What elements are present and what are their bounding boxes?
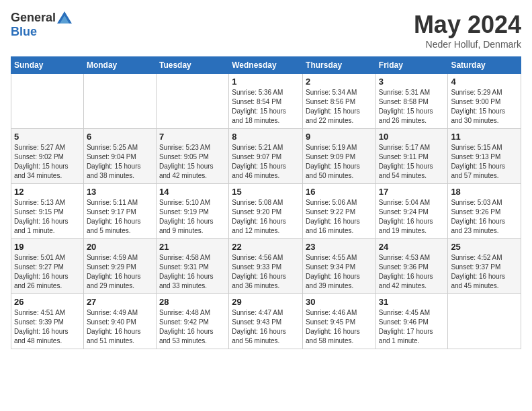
logo-icon xyxy=(57,11,72,24)
cell-day-number: 19 xyxy=(14,242,81,252)
header-thursday: Thursday xyxy=(303,57,376,74)
cell-day-number: 28 xyxy=(159,297,226,307)
header-sunday: Sunday xyxy=(11,57,84,74)
table-row: 9Sunrise: 5:19 AM Sunset: 9:09 PM Daylig… xyxy=(303,129,376,184)
cell-day-number: 13 xyxy=(87,187,153,197)
table-row: 11Sunrise: 5:15 AM Sunset: 9:13 PM Dayli… xyxy=(448,129,521,184)
cell-day-number: 18 xyxy=(451,187,518,197)
cell-info-text: Sunrise: 5:01 AM Sunset: 9:27 PM Dayligh… xyxy=(14,253,81,291)
cell-info-text: Sunrise: 5:10 AM Sunset: 9:19 PM Dayligh… xyxy=(159,198,226,236)
cell-day-number: 29 xyxy=(232,297,300,307)
table-row: 28Sunrise: 4:48 AM Sunset: 9:42 PM Dayli… xyxy=(156,294,228,349)
calendar-location: Neder Holluf, Denmark xyxy=(414,39,521,50)
table-row: 25Sunrise: 4:52 AM Sunset: 9:37 PM Dayli… xyxy=(448,239,521,294)
cell-info-text: Sunrise: 4:59 AM Sunset: 9:29 PM Dayligh… xyxy=(87,253,153,291)
cell-day-number: 25 xyxy=(451,242,518,252)
cell-day-number: 27 xyxy=(87,297,153,307)
cell-day-number: 16 xyxy=(306,187,373,197)
logo-blue: Blue xyxy=(11,25,37,38)
calendar-header-row: Sunday Monday Tuesday Wednesday Thursday… xyxy=(11,57,521,74)
cell-info-text: Sunrise: 5:36 AM Sunset: 8:54 PM Dayligh… xyxy=(232,88,300,126)
cell-info-text: Sunrise: 5:21 AM Sunset: 9:07 PM Dayligh… xyxy=(232,143,300,181)
table-row: 23Sunrise: 4:55 AM Sunset: 9:34 PM Dayli… xyxy=(303,239,376,294)
cell-info-text: Sunrise: 5:08 AM Sunset: 9:20 PM Dayligh… xyxy=(232,198,300,236)
table-row: 18Sunrise: 5:03 AM Sunset: 9:26 PM Dayli… xyxy=(448,184,521,239)
cell-day-number: 10 xyxy=(379,132,445,142)
table-row: 29Sunrise: 4:47 AM Sunset: 9:43 PM Dayli… xyxy=(229,294,303,349)
cell-info-text: Sunrise: 5:34 AM Sunset: 8:56 PM Dayligh… xyxy=(306,88,373,126)
table-row: 2Sunrise: 5:34 AM Sunset: 8:56 PM Daylig… xyxy=(303,74,376,129)
cell-info-text: Sunrise: 5:27 AM Sunset: 9:02 PM Dayligh… xyxy=(14,143,81,181)
logo: General Blue xyxy=(11,11,72,39)
table-row xyxy=(156,74,228,129)
cell-day-number: 2 xyxy=(306,77,373,87)
cell-day-number: 17 xyxy=(379,187,445,197)
cell-info-text: Sunrise: 5:17 AM Sunset: 9:11 PM Dayligh… xyxy=(379,143,445,181)
header-saturday: Saturday xyxy=(448,57,521,74)
cell-info-text: Sunrise: 4:56 AM Sunset: 9:33 PM Dayligh… xyxy=(232,253,300,291)
calendar-week-row: 19Sunrise: 5:01 AM Sunset: 9:27 PM Dayli… xyxy=(11,239,521,294)
cell-info-text: Sunrise: 5:29 AM Sunset: 9:00 PM Dayligh… xyxy=(451,88,518,126)
cell-day-number: 8 xyxy=(232,132,300,142)
cell-info-text: Sunrise: 4:47 AM Sunset: 9:43 PM Dayligh… xyxy=(232,308,300,346)
table-row: 12Sunrise: 5:13 AM Sunset: 9:15 PM Dayli… xyxy=(11,184,84,239)
cell-info-text: Sunrise: 4:58 AM Sunset: 9:31 PM Dayligh… xyxy=(159,253,226,291)
cell-day-number: 3 xyxy=(379,77,445,87)
cell-day-number: 5 xyxy=(14,132,81,142)
cell-info-text: Sunrise: 5:15 AM Sunset: 9:13 PM Dayligh… xyxy=(451,143,518,181)
cell-info-text: Sunrise: 5:19 AM Sunset: 9:09 PM Dayligh… xyxy=(306,143,373,181)
cell-day-number: 6 xyxy=(87,132,153,142)
cell-info-text: Sunrise: 5:11 AM Sunset: 9:17 PM Dayligh… xyxy=(87,198,153,236)
header-tuesday: Tuesday xyxy=(156,57,228,74)
cell-info-text: Sunrise: 4:46 AM Sunset: 9:45 PM Dayligh… xyxy=(306,308,373,346)
cell-info-text: Sunrise: 5:23 AM Sunset: 9:05 PM Dayligh… xyxy=(159,143,226,181)
table-row: 22Sunrise: 4:56 AM Sunset: 9:33 PM Dayli… xyxy=(229,239,303,294)
table-row: 19Sunrise: 5:01 AM Sunset: 9:27 PM Dayli… xyxy=(11,239,84,294)
cell-info-text: Sunrise: 5:04 AM Sunset: 9:24 PM Dayligh… xyxy=(379,198,445,236)
cell-day-number: 24 xyxy=(379,242,445,252)
cell-day-number: 12 xyxy=(14,187,81,197)
table-row: 14Sunrise: 5:10 AM Sunset: 9:19 PM Dayli… xyxy=(156,184,228,239)
calendar-table: Sunday Monday Tuesday Wednesday Thursday… xyxy=(11,56,521,349)
table-row: 15Sunrise: 5:08 AM Sunset: 9:20 PM Dayli… xyxy=(229,184,303,239)
header-monday: Monday xyxy=(83,57,156,74)
calendar-week-row: 12Sunrise: 5:13 AM Sunset: 9:15 PM Dayli… xyxy=(11,184,521,239)
cell-day-number: 15 xyxy=(232,187,300,197)
cell-info-text: Sunrise: 5:03 AM Sunset: 9:26 PM Dayligh… xyxy=(451,198,518,236)
cell-info-text: Sunrise: 5:13 AM Sunset: 9:15 PM Dayligh… xyxy=(14,198,81,236)
table-row: 3Sunrise: 5:31 AM Sunset: 8:58 PM Daylig… xyxy=(375,74,448,129)
cell-info-text: Sunrise: 4:48 AM Sunset: 9:42 PM Dayligh… xyxy=(159,308,226,346)
cell-day-number: 20 xyxy=(87,242,153,252)
calendar-week-row: 26Sunrise: 4:51 AM Sunset: 9:39 PM Dayli… xyxy=(11,294,521,349)
cell-info-text: Sunrise: 5:06 AM Sunset: 9:22 PM Dayligh… xyxy=(306,198,373,236)
cell-day-number: 22 xyxy=(232,242,300,252)
cell-day-number: 11 xyxy=(451,132,518,142)
cell-info-text: Sunrise: 4:51 AM Sunset: 9:39 PM Dayligh… xyxy=(14,308,81,346)
calendar-week-row: 5Sunrise: 5:27 AM Sunset: 9:02 PM Daylig… xyxy=(11,129,521,184)
table-row: 7Sunrise: 5:23 AM Sunset: 9:05 PM Daylig… xyxy=(156,129,228,184)
title-block: May 2024 Neder Holluf, Denmark xyxy=(414,11,521,50)
table-row xyxy=(83,74,156,129)
table-row xyxy=(448,294,521,349)
cell-info-text: Sunrise: 4:53 AM Sunset: 9:36 PM Dayligh… xyxy=(379,253,445,291)
cell-day-number: 26 xyxy=(14,297,81,307)
cell-info-text: Sunrise: 4:55 AM Sunset: 9:34 PM Dayligh… xyxy=(306,253,373,291)
table-row: 20Sunrise: 4:59 AM Sunset: 9:29 PM Dayli… xyxy=(83,239,156,294)
cell-day-number: 7 xyxy=(159,132,226,142)
table-row: 6Sunrise: 5:25 AM Sunset: 9:04 PM Daylig… xyxy=(83,129,156,184)
calendar-week-row: 1Sunrise: 5:36 AM Sunset: 8:54 PM Daylig… xyxy=(11,74,521,129)
table-row: 27Sunrise: 4:49 AM Sunset: 9:40 PM Dayli… xyxy=(83,294,156,349)
cell-day-number: 23 xyxy=(306,242,373,252)
table-row: 26Sunrise: 4:51 AM Sunset: 9:39 PM Dayli… xyxy=(11,294,84,349)
cell-day-number: 31 xyxy=(379,297,445,307)
table-row: 8Sunrise: 5:21 AM Sunset: 9:07 PM Daylig… xyxy=(229,129,303,184)
cell-info-text: Sunrise: 4:49 AM Sunset: 9:40 PM Dayligh… xyxy=(87,308,153,346)
table-row: 17Sunrise: 5:04 AM Sunset: 9:24 PM Dayli… xyxy=(375,184,448,239)
table-row: 31Sunrise: 4:45 AM Sunset: 9:46 PM Dayli… xyxy=(375,294,448,349)
header-wednesday: Wednesday xyxy=(229,57,303,74)
cell-day-number: 21 xyxy=(159,242,226,252)
cell-day-number: 4 xyxy=(451,77,518,87)
header-friday: Friday xyxy=(375,57,448,74)
page-header: General Blue May 2024 Neder Holluf, Denm… xyxy=(11,11,521,50)
cell-day-number: 9 xyxy=(306,132,373,142)
